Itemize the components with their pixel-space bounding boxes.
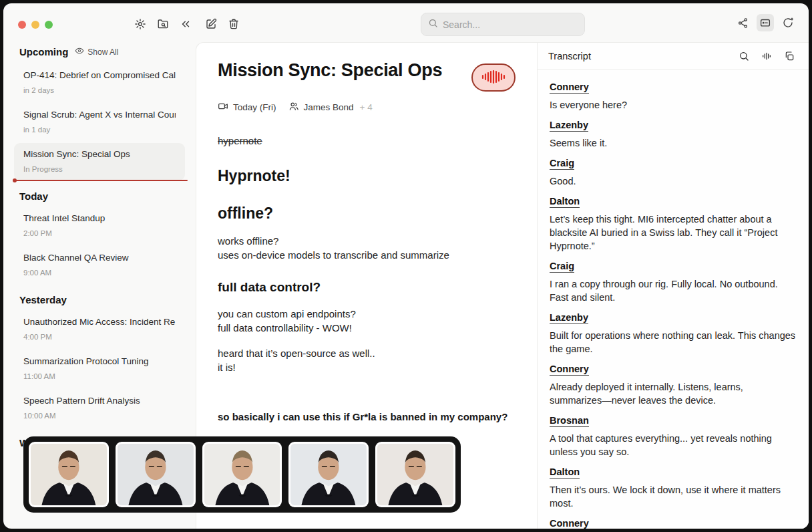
note-block-p: you can custom api endpoints?full data c… [218, 307, 516, 335]
copy-icon [784, 51, 795, 61]
app-window: Upcoming Show All OP-414: Debrief on Com… [3, 3, 809, 529]
share-button[interactable] [734, 14, 751, 31]
transcript-copy-button[interactable] [781, 47, 798, 65]
minimize-button[interactable] [31, 21, 39, 29]
current-time-indicator [15, 180, 188, 181]
show-all-button[interactable]: Show All [75, 46, 118, 57]
note-block-strike: hypernote [218, 134, 516, 148]
users-icon [288, 101, 299, 114]
transcript-text: Then it’s ours. We lock it down, use it … [550, 483, 797, 510]
transcript-speaker[interactable]: Connery [550, 364, 589, 376]
transcript-speaker[interactable]: Brosnan [550, 415, 589, 427]
participants-photo-strip [23, 436, 461, 513]
transcript-text: Let’s keep this tight. MI6 intercepted c… [550, 213, 797, 253]
transcript-text: Good. [550, 174, 797, 188]
global-search [421, 13, 585, 36]
video-camera-icon [218, 101, 228, 114]
portrait-lazenby [116, 442, 196, 507]
sidebar-note-item[interactable]: Signal Scrub: Agent X vs Internal Coun..… [14, 104, 185, 141]
transcript-search-button[interactable] [735, 47, 753, 65]
transcript-entry: DaltonLet’s keep this tight. MI6 interce… [550, 195, 797, 253]
note-block-spacer [218, 374, 516, 398]
sidebar-section-header: Today [3, 182, 196, 207]
meeting-date-chip[interactable]: Today (Fri) [218, 101, 276, 114]
portrait-connery [29, 442, 109, 507]
note-block-h2: Hyprnote! [218, 166, 516, 185]
transcript-entry: ConneryIt’s the only AI I trust in the r… [550, 517, 797, 529]
transcript-audio-button[interactable] [758, 47, 775, 65]
trash-icon [228, 18, 240, 30]
transcript-entry: DaltonThen it’s ours. We lock it down, u… [550, 466, 797, 510]
waveform-icon [761, 51, 772, 61]
transcript-text: Seems like it. [550, 136, 797, 150]
settings-icon [134, 18, 146, 30]
sidebar-note-item[interactable]: Threat Intel Standup 2:00 PM [14, 207, 185, 245]
transcript-speaker[interactable]: Craig [550, 261, 574, 273]
note-block-p: works offline?uses on-device models to t… [218, 234, 516, 262]
settings-button[interactable] [132, 15, 149, 33]
note-block-pbold: so basically i can use this if Gr*la is … [218, 410, 516, 424]
sidebar-note-item[interactable]: Black Channel QA Review 9:00 AM [14, 247, 185, 284]
transcript-entry: LazenbySeems like it. [550, 119, 797, 150]
transcript-speaker[interactable]: Connery [550, 82, 589, 94]
sidebar-note-item[interactable]: Summarization Protocol Tuning 11:00 AM [14, 350, 185, 388]
transcript-entry: CraigGood. [550, 157, 797, 188]
sync-icon [782, 17, 794, 29]
portrait-dalton [375, 442, 455, 507]
transcript-entry: ConneryIs everyone here? [550, 81, 797, 112]
eye-icon [75, 46, 84, 57]
note-body: hypernoteHyprnote!offline?works offline?… [218, 134, 516, 449]
share-icon [737, 17, 749, 29]
attendees-chip[interactable]: James Bond + 4 [288, 101, 373, 114]
sidebar-upcoming-items: OP-414: Debrief on Compromised Call in 2… [3, 64, 196, 180]
transcript-title: Transcript [548, 51, 591, 61]
edit-icon [205, 18, 217, 30]
note-block-h2: offline? [218, 204, 516, 223]
folder-search-button[interactable] [154, 15, 172, 33]
transcript-speaker[interactable]: Lazenby [550, 312, 588, 324]
sidebar-title: Upcoming [19, 46, 68, 57]
sidebar-note-item[interactable]: Speech Pattern Drift Analysis 10:00 AM [14, 390, 185, 427]
folder-search-icon [157, 18, 169, 30]
transcript-text: I ran a copy through our rig. Fully loca… [550, 277, 797, 304]
transcript-speaker[interactable]: Connery [550, 518, 589, 529]
search-icon [428, 18, 438, 31]
recording-waveform-icon [481, 69, 506, 87]
close-button[interactable] [18, 21, 26, 29]
zoom-button[interactable] [45, 21, 53, 29]
widget-panel-button[interactable] [757, 14, 774, 31]
attendee-count: + 4 [360, 102, 373, 112]
chevrons-left-icon [180, 18, 192, 30]
transcript-entry: CraigI ran a copy through our rig. Fully… [550, 260, 797, 304]
transcript-speaker[interactable]: Dalton [550, 467, 580, 479]
transcript-speaker[interactable]: Dalton [550, 196, 580, 208]
traffic-lights [18, 21, 53, 29]
sidebar-section-header: Yesterday [3, 286, 196, 311]
note-title: Mission Sync: Special Ops [218, 60, 442, 81]
transcript-text: A tool that captures everything... yet r… [550, 432, 797, 458]
transcript-text: Is everyone here? [550, 98, 797, 112]
toolbar [3, 3, 809, 42]
transcript-speaker[interactable]: Craig [550, 158, 574, 170]
transcript-entry: ConneryAlready deployed it internally. L… [550, 363, 797, 407]
transcript-panel: Transcript ConneryIs everyone here?Lazen… [537, 43, 809, 529]
portrait-craig [202, 442, 282, 507]
transcript-text: Already deployed it internally. Listens,… [550, 380, 797, 407]
delete-note-button[interactable] [225, 15, 242, 33]
transcript-entry: BrosnanA tool that captures everything..… [550, 414, 797, 458]
widget-panel-icon [759, 17, 771, 29]
search-input[interactable] [443, 19, 578, 30]
sidebar-note-item[interactable]: Mission Sync: Special Ops In Progress [14, 143, 185, 180]
sidebar-note-item[interactable]: OP-414: Debrief on Compromised Call in 2… [14, 64, 185, 102]
transcript-entry: LazenbyBuilt for operations where nothin… [550, 311, 797, 356]
transcript-text: Built for operations where nothing can l… [550, 329, 797, 356]
record-button[interactable] [471, 63, 516, 92]
search-icon [739, 51, 749, 61]
collapse-sidebar-button[interactable] [177, 15, 194, 33]
transcript-speaker[interactable]: Lazenby [550, 120, 588, 132]
new-note-button[interactable] [202, 15, 220, 33]
sidebar-note-item[interactable]: Unauthorized Mic Access: Incident Re... … [14, 311, 185, 348]
sync-button[interactable] [779, 14, 797, 31]
transcript-list: ConneryIs everyone here?LazenbySeems lik… [538, 70, 809, 529]
note-block-h3: full data control? [218, 279, 516, 295]
